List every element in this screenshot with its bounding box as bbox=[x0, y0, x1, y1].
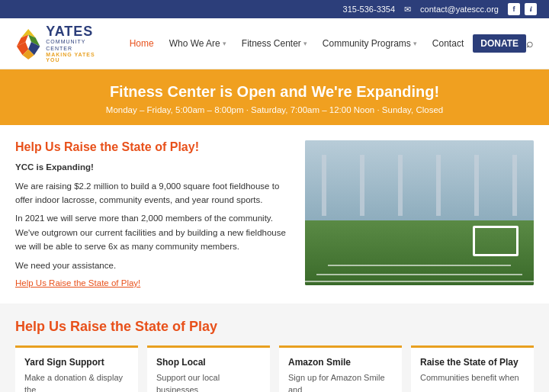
main-heading: Help Us Raise the State of Play! bbox=[15, 140, 290, 154]
email-icon: ✉ bbox=[404, 5, 411, 14]
hero-banner: Fitness Center is Open and We're Expandi… bbox=[0, 69, 549, 125]
main-body1: We are raising $2.2 million to build a 9… bbox=[15, 179, 290, 207]
logo[interactable]: YATES COMMUNITYCENTER MAKING YATES YOU bbox=[15, 24, 108, 63]
main-body3: We need your assistance. bbox=[15, 259, 290, 272]
logo-subtitle: COMMUNITYCENTER bbox=[46, 38, 108, 52]
cards-row: Yard Sign Support Make a donation & disp… bbox=[15, 345, 534, 392]
main-intro: YCC is Expanding! bbox=[15, 160, 290, 174]
nav-donate[interactable]: DONATE bbox=[473, 34, 526, 53]
card-title-4: Raise the State of Play bbox=[420, 357, 525, 368]
section-bottom: Help Us Raise the State of Play Yard Sig… bbox=[0, 304, 549, 392]
logo-tagline: MAKING YATES YOU bbox=[46, 52, 108, 63]
nav-community-programs[interactable]: Community Programs ▾ bbox=[316, 34, 423, 53]
section-heading: Help Us Raise the State of Play bbox=[15, 319, 534, 335]
card-title-2: Shop Local bbox=[156, 357, 261, 368]
card-text-2: Support our local businesses bbox=[156, 371, 261, 392]
phone-number: 315-536-3354 bbox=[343, 5, 396, 14]
logo-title: YATES bbox=[46, 24, 108, 38]
card-text-4: Communities benefit when bbox=[420, 371, 525, 384]
fieldhouse-image bbox=[305, 140, 534, 285]
logo-text: YATES COMMUNITYCENTER MAKING YATES YOU bbox=[46, 24, 108, 63]
chevron-down-icon: ▾ bbox=[223, 40, 226, 47]
card-title-3: Amazon Smile bbox=[288, 357, 393, 368]
card-text-3: Sign up for Amazon Smile and bbox=[288, 371, 393, 392]
hero-title: Fitness Center is Open and We're Expandi… bbox=[15, 83, 534, 101]
nav-who-we-are[interactable]: Who We Are ▾ bbox=[163, 34, 233, 53]
logo-bird-icon bbox=[15, 27, 41, 60]
chevron-down-icon: ▾ bbox=[413, 40, 417, 47]
social-icons: f 𝒊 bbox=[508, 3, 537, 15]
facebook-icon[interactable]: f bbox=[508, 3, 520, 15]
nav-links: Home Who We Are ▾ Fitness Center ▾ Commu… bbox=[124, 34, 526, 53]
instagram-icon[interactable]: 𝒊 bbox=[525, 3, 537, 15]
card-shop-local: Shop Local Support our local businesses bbox=[147, 345, 270, 392]
main-image bbox=[305, 140, 534, 288]
card-amazon-smile: Amazon Smile Sign up for Amazon Smile an… bbox=[279, 345, 402, 392]
search-icon[interactable]: ⌕ bbox=[526, 37, 534, 50]
nav-bar: YATES COMMUNITYCENTER MAKING YATES YOU H… bbox=[0, 18, 549, 69]
chevron-down-icon: ▾ bbox=[303, 40, 307, 47]
main-link[interactable]: Help Us Raise the State of Play! bbox=[15, 278, 140, 288]
main-body2: In 2021 we will serve more than 2,000 me… bbox=[15, 211, 290, 253]
card-yard-sign: Yard Sign Support Make a donation & disp… bbox=[15, 345, 138, 392]
hero-hours: Monday – Friday, 5:00am – 8:00pm · Satur… bbox=[15, 105, 534, 114]
nav-fitness-center[interactable]: Fitness Center ▾ bbox=[236, 34, 313, 53]
nav-contact[interactable]: Contact bbox=[426, 34, 470, 53]
card-raise-state: Raise the State of Play Communities bene… bbox=[411, 345, 534, 392]
svg-marker-0 bbox=[21, 29, 36, 37]
top-bar: 315-536-3354 ✉ contact@yatescc.org f 𝒊 bbox=[0, 0, 549, 18]
nav-home[interactable]: Home bbox=[124, 34, 160, 53]
email-link[interactable]: contact@yatescc.org bbox=[420, 5, 499, 14]
card-text-1: Make a donation & display the bbox=[24, 371, 129, 392]
card-title-1: Yard Sign Support bbox=[24, 357, 129, 368]
main-text: Help Us Raise the State of Play! YCC is … bbox=[15, 140, 290, 288]
main-content: Help Us Raise the State of Play! YCC is … bbox=[0, 125, 549, 304]
